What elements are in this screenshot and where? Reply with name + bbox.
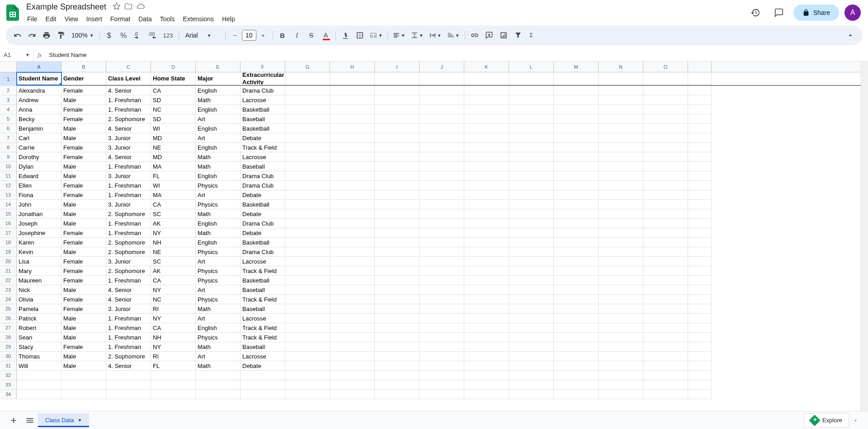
cell-F33[interactable] — [241, 380, 285, 390]
cell-D11[interactable]: FL — [151, 171, 196, 181]
cell-O22[interactable] — [643, 276, 688, 285]
cell-D29[interactable]: NY — [151, 342, 196, 352]
cell-L20[interactable] — [509, 257, 554, 266]
cell-D12[interactable]: WI — [151, 181, 196, 190]
cell-F15[interactable]: Debate — [241, 209, 285, 219]
cell-P32[interactable] — [688, 371, 712, 380]
cell-F2[interactable]: Drama Club — [241, 86, 285, 95]
cell-A27[interactable]: Robert — [17, 323, 61, 333]
side-panel-toggle[interactable]: ‹ — [849, 412, 863, 429]
cell-P10[interactable] — [688, 162, 712, 171]
cell-K12[interactable] — [464, 181, 509, 190]
cell-I12[interactable] — [375, 181, 420, 190]
cell-E21[interactable]: Physics — [196, 266, 241, 276]
cell-F30[interactable]: Lacrosse — [241, 352, 285, 361]
cell-L25[interactable] — [509, 304, 554, 314]
row-header-10[interactable]: 10 — [0, 162, 17, 171]
cell-H31[interactable] — [330, 361, 375, 371]
cell-E19[interactable]: Physics — [196, 247, 241, 257]
cell-N15[interactable] — [599, 209, 643, 219]
cell-I13[interactable] — [375, 190, 420, 200]
cell-G13[interactable] — [285, 190, 330, 200]
borders-button[interactable] — [353, 28, 367, 42]
cell-M18[interactable] — [554, 238, 599, 247]
row-header-19[interactable]: 19 — [0, 247, 17, 257]
cell-E33[interactable] — [196, 380, 241, 390]
cell-A18[interactable]: Karen — [17, 238, 61, 247]
menu-format[interactable]: Format — [107, 14, 134, 24]
percent-button[interactable]: % — [117, 28, 131, 42]
cell-A15[interactable]: Jonathan — [17, 209, 61, 219]
move-icon[interactable] — [124, 2, 132, 12]
cell-K14[interactable] — [464, 200, 509, 209]
cell-D22[interactable]: CA — [151, 276, 196, 285]
cell-G3[interactable] — [285, 95, 330, 105]
cell-F31[interactable]: Debate — [241, 361, 285, 371]
cell-H29[interactable] — [330, 342, 375, 352]
cell-E16[interactable]: English — [196, 219, 241, 228]
cell-G16[interactable] — [285, 219, 330, 228]
cell-N14[interactable] — [599, 200, 643, 209]
cell-J28[interactable] — [420, 333, 464, 342]
cell-G9[interactable] — [285, 152, 330, 162]
cell-B31[interactable]: Male — [61, 361, 106, 371]
cell-O1[interactable] — [643, 72, 688, 85]
cell-P25[interactable] — [688, 304, 712, 314]
cell-B24[interactable]: Female — [61, 295, 106, 304]
increase-decimal-button[interactable]: .00 — [146, 28, 160, 42]
cell-B23[interactable]: Male — [61, 285, 106, 295]
cell-F13[interactable]: Debate — [241, 190, 285, 200]
name-box[interactable]: A1▼ — [0, 49, 34, 61]
cell-B18[interactable]: Female — [61, 238, 106, 247]
column-header-A[interactable]: A — [17, 61, 61, 72]
cell-M2[interactable] — [554, 86, 599, 95]
sheets-logo[interactable] — [4, 4, 22, 22]
cell-J24[interactable] — [420, 295, 464, 304]
cell-J31[interactable] — [420, 361, 464, 371]
cell-F24[interactable]: Track & Field — [241, 295, 285, 304]
cell-G18[interactable] — [285, 238, 330, 247]
cell-N21[interactable] — [599, 266, 643, 276]
cell-O10[interactable] — [643, 162, 688, 171]
cell-A13[interactable]: Fiona — [17, 190, 61, 200]
cell-I32[interactable] — [375, 371, 420, 380]
cell-G8[interactable] — [285, 143, 330, 152]
cell-M5[interactable] — [554, 114, 599, 124]
cell-I5[interactable] — [375, 114, 420, 124]
column-header-B[interactable]: B — [61, 61, 106, 72]
cell-L31[interactable] — [509, 361, 554, 371]
cell-G29[interactable] — [285, 342, 330, 352]
cell-C8[interactable]: 3. Junior — [106, 143, 151, 152]
cell-K26[interactable] — [464, 314, 509, 323]
cell-H6[interactable] — [330, 124, 375, 133]
menu-help[interactable]: Help — [218, 14, 239, 24]
cell-H21[interactable] — [330, 266, 375, 276]
cell-E24[interactable]: Physics — [196, 295, 241, 304]
cell-K17[interactable] — [464, 228, 509, 238]
cell-N27[interactable] — [599, 323, 643, 333]
cell-C3[interactable]: 1. Freshman — [106, 95, 151, 105]
cell-I8[interactable] — [375, 143, 420, 152]
cell-B10[interactable]: Male — [61, 162, 106, 171]
row-header-32[interactable]: 32 — [0, 371, 17, 380]
cell-O21[interactable] — [643, 266, 688, 276]
cell-M30[interactable] — [554, 352, 599, 361]
valign-button[interactable]: ▼ — [409, 28, 426, 42]
cell-N5[interactable] — [599, 114, 643, 124]
cell-E9[interactable]: Math — [196, 152, 241, 162]
cell-C7[interactable]: 3. Junior — [106, 133, 151, 143]
cell-L23[interactable] — [509, 285, 554, 295]
cell-O16[interactable] — [643, 219, 688, 228]
cell-P27[interactable] — [688, 323, 712, 333]
cell-N7[interactable] — [599, 133, 643, 143]
cell-M28[interactable] — [554, 333, 599, 342]
star-icon[interactable] — [113, 2, 121, 12]
row-header-6[interactable]: 6 — [0, 124, 17, 133]
cell-J2[interactable] — [420, 86, 464, 95]
cell-F27[interactable]: Track & Field — [241, 323, 285, 333]
cell-L4[interactable] — [509, 105, 554, 114]
row-header-17[interactable]: 17 — [0, 228, 17, 238]
cell-M34[interactable] — [554, 390, 599, 399]
cell-M23[interactable] — [554, 285, 599, 295]
cell-B5[interactable]: Female — [61, 114, 106, 124]
